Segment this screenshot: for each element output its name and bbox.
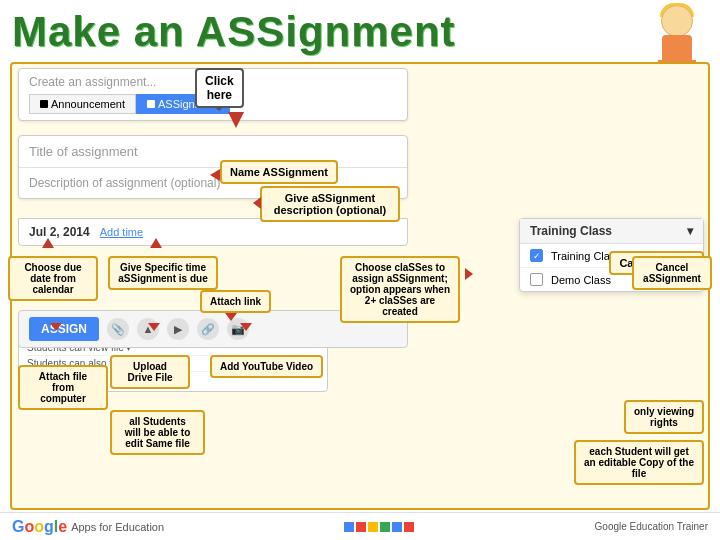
tab-announcement[interactable]: Announcement [29, 94, 136, 114]
arrow-name-assignment [210, 169, 220, 181]
label-youtube: Add YouTube Video [210, 355, 323, 378]
arrow-give-desc [253, 197, 261, 209]
label-give-desc: Give aSSignment description (optional) [260, 186, 400, 222]
classes-header-label: Training Class [530, 224, 612, 238]
apps-for-education-label: Apps for Education [71, 521, 164, 533]
square-red2 [404, 522, 414, 532]
label-each-student: each Student will get an editable Copy o… [574, 440, 704, 485]
classes-panel-header[interactable]: Training Class ▾ [520, 219, 703, 244]
click-here-arrow [228, 112, 244, 128]
square-blue2 [392, 522, 402, 532]
arrow-youtube [240, 323, 252, 331]
label-choose-due: Choose due date from calendar [8, 256, 98, 301]
square-blue [344, 522, 354, 532]
google-apps-label: Google Apps for Education [12, 518, 164, 536]
arrow-time [150, 238, 162, 248]
youtube-icon[interactable]: ▶ [167, 318, 189, 340]
title-input[interactable]: Title of assignment [19, 136, 407, 168]
due-date-value: Jul 2, 2014 [29, 225, 90, 239]
assign-button[interactable]: ASSIGN [29, 317, 99, 341]
char-head [661, 5, 693, 37]
label-name-assignment: Name ASSignment [220, 160, 338, 184]
due-date-row: Jul 2, 2014 Add time [18, 218, 408, 246]
square-green [380, 522, 390, 532]
arrow-choose-classes [465, 268, 473, 280]
page-title: Make an ASSignment [12, 8, 456, 56]
arrow-due [42, 238, 54, 248]
attach-file-icon[interactable]: 📎 [107, 318, 129, 340]
checkbox-training[interactable]: ✓ [530, 249, 543, 262]
label-specific-time: Give Specific time aSSignment is due [108, 256, 218, 290]
assignment-icon [147, 100, 155, 108]
click-here-bubble: Click here [195, 68, 244, 108]
label-choose-classes: Choose claSSes to assign aSSignment; opt… [340, 256, 460, 323]
bottom-bar: Google Apps for Education Google Educati… [0, 512, 720, 540]
label-all-students: all Students will be able to edit Same f… [110, 410, 205, 455]
label-viewing-rights: only viewing rights [624, 400, 704, 434]
label-computer: Attach file from computer [18, 365, 108, 410]
announcement-icon [40, 100, 48, 108]
tab-announcement-label: Announcement [51, 98, 125, 110]
label-attach-link: Attach link [200, 290, 271, 313]
add-time-link[interactable]: Add time [100, 226, 143, 238]
label-upload-drive: Upload Drive File [110, 355, 190, 389]
chevron-down-icon: ▾ [687, 224, 693, 238]
color-squares [344, 522, 414, 532]
google-logo: Google [12, 518, 67, 536]
checkbox-demo[interactable] [530, 273, 543, 286]
arrow-computer [50, 323, 62, 331]
square-yellow [368, 522, 378, 532]
square-red [356, 522, 366, 532]
arrow-attach-link [225, 313, 237, 321]
label-cancel-assignment: Cancel aSSignment [632, 256, 712, 290]
trainer-label: Google Education Trainer [595, 521, 708, 532]
link-icon[interactable]: 🔗 [197, 318, 219, 340]
arrow-upload [148, 323, 160, 331]
class-label-demo: Demo Class [551, 274, 611, 286]
